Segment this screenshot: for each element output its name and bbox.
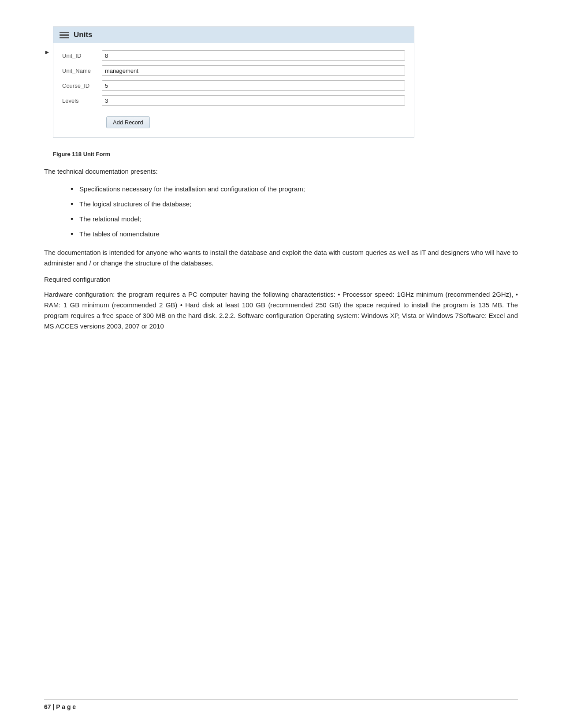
page-footer: 67 | P a g e <box>44 699 518 710</box>
unit-name-input[interactable] <box>102 65 405 76</box>
figure-caption: Figure 118 Unit Form <box>53 151 518 157</box>
list-item: The logical structures of the database; <box>71 199 518 209</box>
intro-text: The technical documentation presents: <box>44 166 518 177</box>
levels-input[interactable] <box>102 95 405 106</box>
course-id-row: Course_ID <box>62 80 405 91</box>
list-item: Specifications necessary for the install… <box>71 184 518 194</box>
course-id-label: Course_ID <box>62 82 102 89</box>
hardware-text: Hardware configuration: the program requ… <box>44 289 518 332</box>
page-separator: | P a g e <box>52 703 76 710</box>
levels-row: Levels <box>62 95 405 106</box>
unit-id-label: Unit_ID <box>62 52 102 59</box>
levels-label: Levels <box>62 97 102 104</box>
list-item: The tables of nomenclature <box>71 229 518 239</box>
form-title: Units <box>74 30 93 39</box>
unit-id-input[interactable] <box>102 50 405 61</box>
add-record-container: Add Record <box>62 110 405 128</box>
unit-name-row: Unit_Name <box>62 65 405 76</box>
unit-name-label: Unit_Name <box>62 67 102 74</box>
req-config-heading: Required configuration <box>44 276 518 283</box>
form-wrapper: ► Units Unit_ID Unit_Name Course_ID <box>44 26 518 138</box>
nav-arrow: ► <box>44 49 50 56</box>
course-id-input[interactable] <box>102 80 405 91</box>
form-icon <box>60 31 69 39</box>
page-number: 67 <box>44 703 51 710</box>
form-body: Unit_ID Unit_Name Course_ID Levels Add R… <box>53 43 414 137</box>
add-record-button[interactable]: Add Record <box>106 116 150 128</box>
unit-id-row: Unit_ID <box>62 50 405 61</box>
units-form: Units Unit_ID Unit_Name Course_ID Levels… <box>53 26 414 138</box>
list-item: The relational model; <box>71 214 518 224</box>
form-title-bar: Units <box>53 27 414 43</box>
doc-text: The documentation is intended for anyone… <box>44 247 518 269</box>
bullet-list: Specifications necessary for the install… <box>71 184 518 239</box>
